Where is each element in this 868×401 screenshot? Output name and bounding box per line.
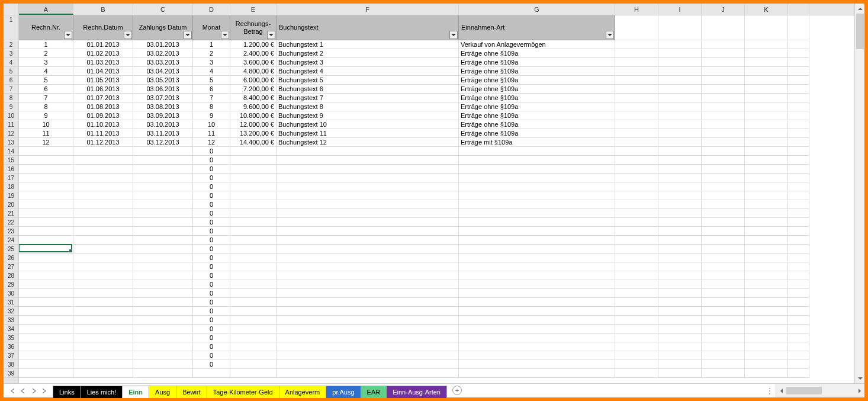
- cell[interactable]: [230, 156, 277, 165]
- row-header[interactable]: 23: [4, 227, 18, 236]
- cell[interactable]: 0: [193, 156, 230, 165]
- cell[interactable]: [658, 342, 702, 351]
- cell[interactable]: 03.02.2013: [133, 49, 193, 58]
- cell[interactable]: [277, 325, 459, 333]
- cell[interactable]: 0: [193, 342, 230, 351]
- cell[interactable]: [459, 271, 615, 280]
- cell[interactable]: [230, 191, 277, 200]
- cell[interactable]: [788, 289, 809, 298]
- cell[interactable]: [788, 316, 809, 325]
- cell[interactable]: [615, 200, 658, 209]
- cell[interactable]: Buchungstext 8: [277, 102, 459, 111]
- cell[interactable]: 7.200,00 €: [230, 85, 277, 94]
- filter-dropdown-icon[interactable]: [221, 31, 229, 39]
- cell[interactable]: [133, 316, 193, 325]
- cell[interactable]: [658, 271, 702, 280]
- row-header[interactable]: 26: [4, 254, 18, 262]
- cell[interactable]: [133, 307, 193, 316]
- cell[interactable]: [788, 245, 809, 254]
- cell[interactable]: [19, 342, 73, 351]
- cell[interactable]: [615, 333, 658, 342]
- cell[interactable]: [788, 58, 809, 67]
- cell[interactable]: [745, 280, 788, 289]
- cell[interactable]: [73, 342, 133, 351]
- cell[interactable]: [702, 58, 745, 67]
- cell[interactable]: [230, 307, 277, 316]
- cell[interactable]: [19, 191, 73, 200]
- cell[interactable]: [615, 369, 658, 378]
- cell[interactable]: Erträge ohne §109a: [459, 58, 615, 67]
- cell[interactable]: [788, 227, 809, 236]
- cell[interactable]: [459, 262, 615, 271]
- cell[interactable]: [658, 351, 702, 360]
- cell[interactable]: [788, 174, 809, 182]
- cell[interactable]: 3.600,00 €: [230, 58, 277, 67]
- cell[interactable]: [133, 218, 193, 227]
- cell[interactable]: 0: [193, 271, 230, 280]
- cell[interactable]: [459, 209, 615, 218]
- horizontal-scrollbar[interactable]: [776, 384, 864, 397]
- cell[interactable]: [73, 325, 133, 333]
- cell[interactable]: [73, 245, 133, 254]
- cell[interactable]: [658, 254, 702, 262]
- cell[interactable]: [702, 218, 745, 227]
- cell[interactable]: [702, 76, 745, 85]
- cell[interactable]: [277, 182, 459, 191]
- cell[interactable]: 6: [193, 85, 230, 94]
- cell[interactable]: 03.11.2013: [133, 129, 193, 138]
- cell[interactable]: [277, 262, 459, 271]
- cell[interactable]: [615, 280, 658, 289]
- cell[interactable]: [745, 129, 788, 138]
- row-header[interactable]: 11: [4, 120, 18, 129]
- cell[interactable]: [745, 209, 788, 218]
- cell[interactable]: [702, 236, 745, 245]
- cell[interactable]: [658, 102, 702, 111]
- cell[interactable]: [658, 94, 702, 102]
- cell[interactable]: [788, 342, 809, 351]
- cell[interactable]: [73, 369, 133, 378]
- cell[interactable]: [277, 200, 459, 209]
- cell[interactable]: [459, 325, 615, 333]
- cell[interactable]: [19, 236, 73, 245]
- scroll-right-icon[interactable]: [854, 386, 864, 396]
- cell[interactable]: [615, 191, 658, 200]
- cell[interactable]: 0: [193, 200, 230, 209]
- cell[interactable]: [459, 342, 615, 351]
- cell[interactable]: [230, 254, 277, 262]
- cell[interactable]: 03.10.2013: [133, 120, 193, 129]
- row-header[interactable]: 31: [4, 298, 18, 307]
- cell[interactable]: [658, 262, 702, 271]
- cell[interactable]: [19, 289, 73, 298]
- row-header[interactable]: 12: [4, 129, 18, 138]
- cell[interactable]: [230, 289, 277, 298]
- cell[interactable]: 01.12.2013: [73, 138, 133, 147]
- cell[interactable]: [788, 360, 809, 369]
- cell[interactable]: 7: [19, 94, 73, 102]
- cell[interactable]: [788, 182, 809, 191]
- cell[interactable]: [702, 280, 745, 289]
- cell[interactable]: 0: [193, 325, 230, 333]
- cell[interactable]: [277, 369, 459, 378]
- cell[interactable]: [658, 182, 702, 191]
- cell[interactable]: [615, 209, 658, 218]
- sheet-tab[interactable]: Bewirt: [176, 386, 207, 398]
- cell[interactable]: [788, 298, 809, 307]
- cell[interactable]: [745, 254, 788, 262]
- column-header-H[interactable]: H: [615, 4, 658, 15]
- cell[interactable]: [745, 218, 788, 227]
- cell[interactable]: [702, 85, 745, 94]
- row-header[interactable]: 38: [4, 360, 18, 369]
- cell[interactable]: [615, 325, 658, 333]
- cell[interactable]: [658, 280, 702, 289]
- cell[interactable]: [73, 209, 133, 218]
- sheet-tab[interactable]: pr.Ausg: [326, 386, 361, 398]
- cell[interactable]: [788, 307, 809, 316]
- cell[interactable]: [19, 182, 73, 191]
- cell[interactable]: 4: [19, 67, 73, 76]
- cell[interactable]: [658, 245, 702, 254]
- table-header-cell[interactable]: Buchungstext: [277, 15, 459, 40]
- cell[interactable]: [133, 200, 193, 209]
- cell[interactable]: [615, 111, 658, 120]
- cell[interactable]: [133, 191, 193, 200]
- vscroll-thumb[interactable]: [856, 14, 864, 49]
